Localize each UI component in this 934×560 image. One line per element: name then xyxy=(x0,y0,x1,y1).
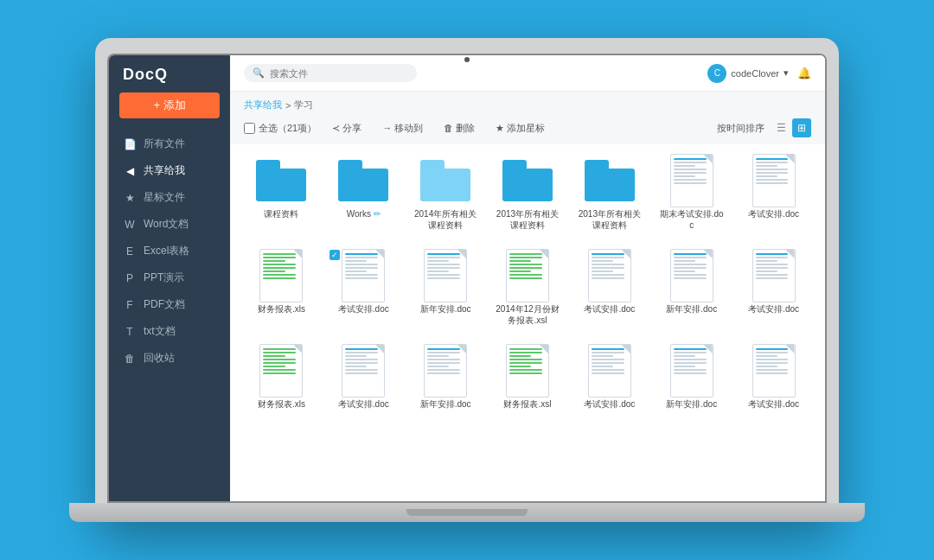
select-all-checkbox[interactable]: 全选（21项） xyxy=(244,122,317,135)
doc-line xyxy=(263,253,296,255)
doc-line xyxy=(592,372,624,374)
file-item[interactable]: 考试安排.doc xyxy=(572,246,647,331)
breadcrumb: 共享给我 > 学习 xyxy=(230,92,825,115)
file-item[interactable]: 考试安排.doc xyxy=(326,341,401,415)
doc-line xyxy=(592,277,624,279)
doc-line xyxy=(756,372,789,374)
sort-button[interactable]: 按时间排序 xyxy=(717,122,764,135)
sidebar-item-starred[interactable]: ★ 星标文件 xyxy=(109,184,230,211)
file-item[interactable]: 新年安排.doc xyxy=(408,246,483,331)
doc-line xyxy=(263,372,296,374)
sidebar-item-shared[interactable]: ◀ 共享给我 xyxy=(109,157,230,184)
doc-line xyxy=(674,158,707,160)
laptop-notch xyxy=(406,509,528,516)
bookmark-button[interactable]: ★ 添加星标 xyxy=(490,119,550,137)
view-toggle: ☰ ⊞ xyxy=(771,118,811,137)
xls-thumb xyxy=(500,347,555,395)
search-input[interactable] xyxy=(270,68,408,79)
doc-line xyxy=(592,270,613,272)
file-item[interactable]: 新年安排.doc xyxy=(408,341,483,415)
xls-thumb xyxy=(253,347,309,395)
doc-line xyxy=(427,355,449,357)
doc-line xyxy=(756,264,789,265)
top-bar-right: C codeClover ▾ 🔔 xyxy=(707,64,811,83)
doc-line xyxy=(345,366,367,367)
doc-line xyxy=(756,267,789,269)
delete-button[interactable]: 🗑 删除 xyxy=(438,119,480,137)
laptop-screen: DocQ + 添加 📄 所有文件 ◀ 共享给我 ★ 星标文件 W Word文档 xyxy=(107,54,827,503)
doc-line xyxy=(263,352,296,353)
add-button[interactable]: + 添加 xyxy=(119,92,220,118)
doc-line xyxy=(674,172,707,174)
doc-line xyxy=(592,274,624,276)
doc-line xyxy=(427,352,460,353)
file-item[interactable]: 考试安排.doc xyxy=(736,246,811,331)
doc-line xyxy=(674,169,707,170)
doc-line xyxy=(509,257,542,258)
doc-icon xyxy=(670,249,713,302)
sidebar-item-word[interactable]: W Word文档 xyxy=(109,211,230,238)
share-button[interactable]: ≺ 分享 xyxy=(327,119,367,137)
file-name-label: 课程资料 xyxy=(264,208,298,220)
sidebar-item-all-files[interactable]: 📄 所有文件 xyxy=(109,130,230,157)
file-name-label: 考试安排.doc xyxy=(748,208,799,220)
doc-line xyxy=(427,274,460,276)
breadcrumb-parent[interactable]: 共享给我 xyxy=(244,99,282,111)
doc-line xyxy=(674,348,707,350)
file-item[interactable]: 财务报表.xsl xyxy=(490,341,566,415)
file-grid: 课程资料 Works ✏ 2014年所有相关课程资料 xyxy=(230,144,825,501)
doc-icon xyxy=(424,344,467,398)
dropdown-chevron-icon[interactable]: ▾ xyxy=(784,67,789,79)
word-icon: W xyxy=(123,218,137,232)
file-item[interactable]: 新年安排.doc xyxy=(654,246,729,331)
doc-line xyxy=(674,264,707,265)
move-button[interactable]: → 移动到 xyxy=(377,119,428,137)
doc-line xyxy=(592,362,624,364)
file-item[interactable]: 财务报表.xls xyxy=(244,246,319,331)
notification-bell-icon[interactable]: 🔔 xyxy=(797,67,811,80)
doc-line xyxy=(345,372,378,374)
file-item[interactable]: 2013年所有相关课程资料 xyxy=(490,151,566,236)
grid-view-button[interactable]: ⊞ xyxy=(792,118,811,137)
sidebar-item-txt[interactable]: T txt文档 xyxy=(109,318,230,345)
camera xyxy=(464,57,470,62)
doc-line xyxy=(345,348,378,350)
sidebar-label: Excel表格 xyxy=(144,244,189,258)
pdf-icon: F xyxy=(123,298,137,312)
sidebar: DocQ + 添加 📄 所有文件 ◀ 共享给我 ★ 星标文件 W Word文档 xyxy=(109,55,230,501)
file-item[interactable]: 新年安排.doc xyxy=(654,341,729,415)
file-item[interactable]: 课程资料 xyxy=(244,151,319,236)
file-item[interactable]: 2014年所有相关课程资料 xyxy=(408,151,483,236)
doc-line xyxy=(509,369,542,371)
sidebar-item-ppt[interactable]: P PPT演示 xyxy=(109,264,230,291)
doc-line xyxy=(345,253,378,255)
doc-line xyxy=(263,359,296,360)
doc-line xyxy=(674,253,707,255)
select-all-label: 全选（21项） xyxy=(259,122,317,135)
file-item[interactable]: 考试安排.doc xyxy=(572,341,647,415)
doc-thumb xyxy=(336,251,391,300)
breadcrumb-current: 学习 xyxy=(294,99,313,111)
file-item[interactable]: 考试安排.doc xyxy=(326,246,401,331)
doc-line xyxy=(756,172,789,174)
file-item[interactable]: 2013年所有相关课程资料 xyxy=(572,151,647,236)
sidebar-item-pdf[interactable]: F PDF文档 xyxy=(109,291,230,318)
list-view-button[interactable]: ☰ xyxy=(771,118,790,137)
sidebar-label: 所有文件 xyxy=(144,137,185,151)
file-icon: 📄 xyxy=(123,137,137,151)
file-item[interactable]: 考试安排.doc xyxy=(736,341,811,415)
file-item[interactable]: 考试安排.doc xyxy=(736,151,811,236)
search-box[interactable]: 🔍 xyxy=(244,64,417,82)
folder-icon xyxy=(256,160,306,201)
file-item[interactable]: 期末考试安排.doc xyxy=(654,151,729,236)
doc-line xyxy=(674,179,707,181)
sidebar-item-excel[interactable]: E Excel表格 xyxy=(109,238,230,264)
file-item[interactable]: Works ✏ xyxy=(326,151,401,236)
doc-line xyxy=(509,372,542,374)
select-all-input[interactable] xyxy=(244,123,255,134)
doc-line xyxy=(427,362,460,364)
file-item[interactable]: 2014年12月份财务报表.xsl xyxy=(490,246,566,331)
sidebar-item-trash[interactable]: 🗑 回收站 xyxy=(109,345,230,372)
file-item[interactable]: 财务报表.xls xyxy=(244,341,319,415)
file-name-label: 新年安排.doc xyxy=(420,398,471,410)
